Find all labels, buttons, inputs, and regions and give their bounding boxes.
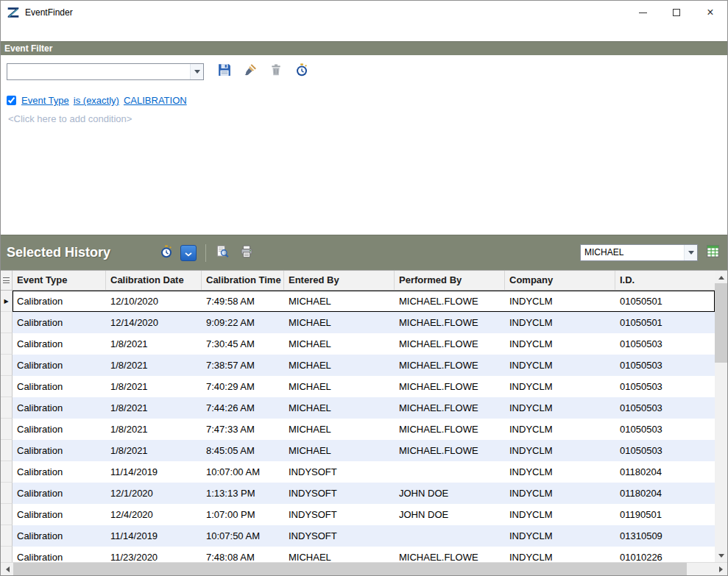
grid-cell[interactable]: MICHAEL.FLOWE bbox=[395, 419, 505, 440]
grid-cell[interactable]: INDYCLM bbox=[505, 376, 615, 397]
grid-cell[interactable]: INDYCLM bbox=[505, 312, 615, 333]
grid-cell[interactable]: 01180204 bbox=[615, 483, 715, 504]
scroll-left-arrow[interactable] bbox=[1, 563, 13, 575]
grid-cell[interactable]: 01050503 bbox=[615, 355, 715, 376]
table-row[interactable]: Calibration11/23/20207:48:08 AMMICHAELMI… bbox=[1, 547, 715, 562]
scroll-up-arrow[interactable] bbox=[715, 271, 727, 283]
grid-cell[interactable]: 1/8/2021 bbox=[106, 376, 202, 397]
grid-cell[interactable]: 1/8/2021 bbox=[106, 397, 202, 419]
grid-cell[interactable]: 01190501 bbox=[615, 504, 715, 525]
grid-cell[interactable]: MICHAEL bbox=[284, 440, 395, 461]
grid-cell[interactable]: MICHAEL bbox=[284, 333, 395, 355]
grid-cell[interactable]: INDYCLM bbox=[505, 547, 615, 562]
scroll-right-arrow[interactable] bbox=[715, 563, 727, 575]
grid-cell[interactable]: 7:49:58 AM bbox=[202, 291, 284, 312]
grid-cell[interactable]: 1/8/2021 bbox=[106, 419, 202, 440]
print-preview-button[interactable] bbox=[212, 243, 232, 263]
save-filter-button[interactable] bbox=[214, 62, 234, 82]
grid-cell[interactable]: 01050503 bbox=[615, 440, 715, 461]
grid-cell[interactable] bbox=[395, 461, 505, 483]
grid-cell[interactable]: 9:09:22 AM bbox=[202, 312, 284, 333]
grid-cell[interactable]: Calibration bbox=[13, 397, 106, 419]
grid-cell[interactable]: 01050503 bbox=[615, 376, 715, 397]
grid-cell[interactable]: 1/8/2021 bbox=[106, 440, 202, 461]
column-header-company[interactable]: Company bbox=[505, 271, 615, 290]
grid-cell[interactable]: 8:45:05 AM bbox=[202, 440, 284, 461]
user-combo-dropdown-icon[interactable] bbox=[684, 245, 697, 260]
column-header-i-d[interactable]: I.D. bbox=[615, 271, 715, 290]
table-row[interactable]: Calibration12/1/20201:13:13 PMINDYSOFTJO… bbox=[1, 483, 715, 504]
filter-combobox[interactable] bbox=[7, 63, 204, 80]
grid-cell[interactable]: MICHAEL bbox=[284, 547, 395, 562]
grid-cell[interactable]: MICHAEL bbox=[284, 419, 395, 440]
grid-cell[interactable]: Calibration bbox=[13, 483, 106, 504]
grid-cell[interactable]: INDYCLM bbox=[505, 291, 615, 312]
grid-cell[interactable]: 11/23/2020 bbox=[106, 547, 202, 562]
grid-cell[interactable]: 1:13:13 PM bbox=[202, 483, 284, 504]
table-row[interactable]: Calibration1/8/20217:38:57 AMMICHAELMICH… bbox=[1, 355, 715, 376]
grid-cell[interactable]: INDYSOFT bbox=[284, 525, 395, 547]
grid-cell[interactable]: 12/4/2020 bbox=[106, 504, 202, 525]
table-row[interactable]: Calibration11/14/201910:07:00 AMINDYSOFT… bbox=[1, 461, 715, 483]
history-run-button[interactable] bbox=[156, 243, 176, 263]
condition-operator-link[interactable]: is (exactly) bbox=[74, 95, 119, 106]
row-selector[interactable] bbox=[1, 504, 13, 525]
grid-cell[interactable]: INDYCLM bbox=[505, 504, 615, 525]
grid-cell[interactable]: Calibration bbox=[13, 333, 106, 355]
condition-enabled-checkbox[interactable] bbox=[7, 96, 16, 105]
grid-cell[interactable]: 01050503 bbox=[615, 419, 715, 440]
row-selector[interactable] bbox=[1, 397, 13, 419]
grid-cell[interactable]: Calibration bbox=[13, 440, 106, 461]
column-header-calibration-time[interactable]: Calibration Time bbox=[202, 271, 284, 290]
grid-cell[interactable]: 01010226 bbox=[615, 547, 715, 562]
condition-field-link[interactable]: Event Type bbox=[21, 95, 69, 106]
grid-cell[interactable]: 01050501 bbox=[615, 291, 715, 312]
grid-cell[interactable]: 11/14/2019 bbox=[106, 461, 202, 483]
grid-cell[interactable]: Calibration bbox=[13, 355, 106, 376]
row-selector[interactable] bbox=[1, 355, 13, 376]
add-condition-hint[interactable]: <Click here to add condition> bbox=[7, 113, 721, 124]
grid-cell[interactable]: MICHAEL.FLOWE bbox=[395, 333, 505, 355]
grid-cell[interactable]: Calibration bbox=[13, 419, 106, 440]
grid-cell[interactable]: 7:44:26 AM bbox=[202, 397, 284, 419]
column-header-entered-by[interactable]: Entered By bbox=[284, 271, 395, 290]
filter-combo-dropdown-icon[interactable] bbox=[190, 64, 203, 79]
grid-cell[interactable]: Calibration bbox=[13, 525, 106, 547]
grid-cell[interactable]: INDYSOFT bbox=[284, 483, 395, 504]
table-row[interactable]: Calibration1/8/20217:40:29 AMMICHAELMICH… bbox=[1, 376, 715, 397]
grid-cell[interactable]: INDYCLM bbox=[505, 397, 615, 419]
grid-cell[interactable]: INDYCLM bbox=[505, 461, 615, 483]
grid-cell[interactable]: INDYCLM bbox=[505, 483, 615, 504]
grid-cell[interactable]: Calibration bbox=[13, 291, 106, 312]
grid-cell[interactable]: 01310509 bbox=[615, 525, 715, 547]
grid-cell[interactable]: Calibration bbox=[13, 461, 106, 483]
grid-cell[interactable]: 01050503 bbox=[615, 397, 715, 419]
close-button[interactable]: × bbox=[693, 1, 727, 24]
grid-cell[interactable]: JOHN DOE bbox=[395, 483, 505, 504]
table-row[interactable]: Calibration1/8/20217:47:33 AMMICHAELMICH… bbox=[1, 419, 715, 440]
grid-cell[interactable]: 7:30:45 AM bbox=[202, 333, 284, 355]
grid-cell[interactable]: 1/8/2021 bbox=[106, 333, 202, 355]
row-selector[interactable] bbox=[1, 461, 13, 483]
grid-cell[interactable]: INDYCLM bbox=[505, 419, 615, 440]
print-button[interactable] bbox=[236, 243, 256, 263]
grid-cell[interactable]: 01050503 bbox=[615, 333, 715, 355]
grid-cell[interactable]: MICHAEL bbox=[284, 397, 395, 419]
grid-cell[interactable]: Calibration bbox=[13, 312, 106, 333]
grid-cell[interactable]: 11/14/2019 bbox=[106, 525, 202, 547]
grid-cell[interactable]: INDYSOFT bbox=[284, 461, 395, 483]
grid-cell[interactable]: Calibration bbox=[13, 376, 106, 397]
table-row[interactable]: ▶Calibration12/10/20207:49:58 AMMICHAELM… bbox=[1, 291, 715, 312]
grid-cell[interactable]: MICHAEL.FLOWE bbox=[395, 440, 505, 461]
grid-cell[interactable]: MICHAEL.FLOWE bbox=[395, 397, 505, 419]
grid-cell[interactable]: MICHAEL.FLOWE bbox=[395, 312, 505, 333]
current-row-indicator[interactable]: ▶ bbox=[1, 291, 13, 312]
grid-cell[interactable]: 10:07:00 AM bbox=[202, 461, 284, 483]
grid-cell[interactable]: 01050501 bbox=[615, 312, 715, 333]
table-row[interactable]: Calibration12/14/20209:09:22 AMMICHAELMI… bbox=[1, 312, 715, 333]
table-row[interactable]: Calibration11/14/201910:07:50 AMINDYSOFT… bbox=[1, 525, 715, 547]
grid-cell[interactable]: INDYCLM bbox=[505, 355, 615, 376]
grid-cell[interactable]: 01180204 bbox=[615, 461, 715, 483]
grid-cell[interactable]: 7:38:57 AM bbox=[202, 355, 284, 376]
row-selector[interactable] bbox=[1, 525, 13, 547]
